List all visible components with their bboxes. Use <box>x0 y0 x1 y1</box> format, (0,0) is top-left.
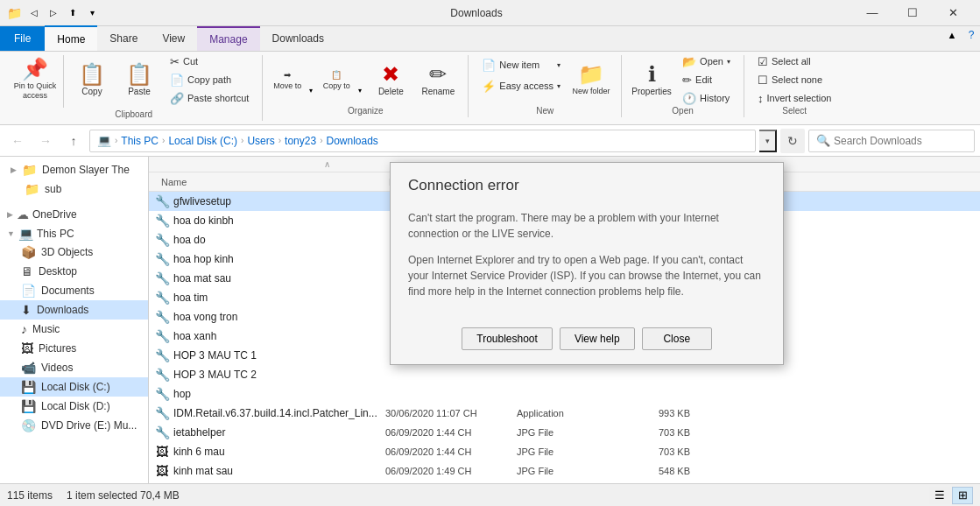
paste-icon: 📋 <box>126 64 152 85</box>
close-button[interactable]: ✕ <box>933 0 973 26</box>
move-to-button[interactable]: ➡ Move to <box>270 55 305 104</box>
qa-forward-btn[interactable]: ▷ <box>45 4 62 22</box>
table-row[interactable]: 🔧 IDM.Retail.v6.37.build.14.incl.Patcher… <box>149 404 980 423</box>
sidebar-item-desktop[interactable]: 🖥 Desktop <box>0 262 148 281</box>
table-row[interactable]: 🔧 ietabhelper 06/09/2020 1:44 CH JPG Fil… <box>149 423 980 442</box>
sidebar-item-sub[interactable]: 📁 sub <box>0 179 148 199</box>
refresh-button[interactable]: ↻ <box>780 129 805 153</box>
file-name: IDM.Retail.v6.37.build.14.incl.Patcher_L… <box>173 407 385 419</box>
table-row[interactable]: 🖼 kinh 6 mau 06/09/2020 1:44 CH JPG File… <box>149 442 980 461</box>
qa-back-btn[interactable]: ◁ <box>25 4 43 22</box>
delete-icon: ✖ <box>382 64 399 85</box>
pin-to-quick-access-button[interactable]: 📌 Pin to Quick access <box>12 55 58 104</box>
tab-manage[interactable]: Manage <box>197 26 259 51</box>
qa-dropdown-btn[interactable]: ▾ <box>83 4 101 22</box>
new-item-button[interactable]: 📄 New item ▾ <box>476 55 567 74</box>
details-view-button[interactable]: ☰ <box>929 487 950 504</box>
view-help-button[interactable]: View help <box>560 327 635 350</box>
sidebar-item-documents[interactable]: 📄 Documents <box>0 281 148 300</box>
properties-button[interactable]: ℹ Properties <box>629 55 674 104</box>
ribbon-collapse-btn[interactable]: ▲ <box>943 26 961 44</box>
tab-home[interactable]: Home <box>45 25 97 51</box>
thispc-expand-icon: ▼ <box>7 229 15 238</box>
title-bar: 📁 ◁ ▷ ⬆ ▾ Downloads — ☐ ✕ <box>0 0 980 26</box>
search-box[interactable]: 🔍 <box>808 130 975 152</box>
paste-shortcut-button[interactable]: 🔗 Paste shortcut <box>164 89 255 107</box>
help-btn[interactable]: ? <box>962 26 980 44</box>
copy-path-button[interactable]: 📄 Copy path <box>164 71 255 88</box>
sidebar-section-thispc[interactable]: ▼ 💻 This PC <box>0 223 148 242</box>
path-part-user[interactable]: tony23 <box>285 135 316 147</box>
tab-file[interactable]: File <box>0 26 45 51</box>
paste-button[interactable]: 📋 Paste <box>116 55 162 104</box>
sidebar-section-onedrive[interactable]: ▶ ☁ OneDrive <box>0 204 148 223</box>
selected-info: 1 item selected 70,4 MB <box>67 489 180 502</box>
minimize-button[interactable]: — <box>852 0 892 26</box>
table-row[interactable]: 🔧 HOP 3 MAU TC 2 <box>149 365 980 384</box>
cut-button[interactable]: ✂ Cut <box>164 53 255 70</box>
file-type-icon: 🔧 <box>154 425 170 439</box>
sidebar-item-dvd[interactable]: 💿 DVD Drive (E:) Mu... <box>0 416 148 435</box>
easy-access-button[interactable]: ⚡ Easy access ▾ <box>476 76 567 95</box>
sidebar-item-3dobjects[interactable]: 📦 3D Objects <box>0 242 148 262</box>
sidebar-item-localc[interactable]: 💾 Local Disk (C:) <box>0 377 148 397</box>
delete-button[interactable]: ✖ Delete <box>368 55 413 104</box>
properties-icon: ℹ <box>648 64 656 85</box>
troubleshoot-button[interactable]: Troubleshoot <box>462 327 553 350</box>
qa-up-btn[interactable]: ⬆ <box>64 4 81 22</box>
file-type-icon: 🔧 <box>154 406 170 420</box>
back-button[interactable]: ← <box>5 129 30 153</box>
open-button[interactable]: 📂 Open ▾ <box>676 53 737 70</box>
sidebar-item-downloads[interactable]: ⬇ Downloads <box>0 300 148 320</box>
tab-view[interactable]: View <box>150 26 197 51</box>
sidebar-label-documents: Documents <box>41 285 95 297</box>
table-row[interactable]: 🔧 hop <box>149 384 980 404</box>
tab-downloads[interactable]: Downloads <box>260 26 336 51</box>
large-icons-view-button[interactable]: ⊞ <box>952 487 973 504</box>
file-name: hop <box>173 388 385 400</box>
tab-share[interactable]: Share <box>97 26 150 51</box>
sidebar-item-demon-slayer[interactable]: ▶ 📁 Demon Slayer The <box>0 160 148 179</box>
copy-to-button[interactable]: 📋 Copy to <box>319 55 354 104</box>
maximize-button[interactable]: ☐ <box>892 0 933 26</box>
path-part-thispc[interactable]: This PC <box>121 135 159 147</box>
path-part-users[interactable]: Users <box>247 135 274 147</box>
file-date: 06/09/2020 1:44 CH <box>385 446 517 457</box>
path-part-downloads[interactable]: Downloads <box>326 135 377 147</box>
copy-button[interactable]: 📋 Copy <box>69 55 115 104</box>
sidebar-item-music[interactable]: ♪ Music <box>0 320 148 339</box>
sidebar-label-localc: Local Disk (C:) <box>41 381 110 393</box>
select-all-button[interactable]: ☑ Select all <box>751 53 837 70</box>
close-dialog-button[interactable]: Close <box>642 327 712 350</box>
path-part-localdisk[interactable]: Local Disk (C:) <box>168 135 237 147</box>
search-input[interactable] <box>834 135 967 147</box>
folder-icon-documents: 📄 <box>21 284 36 298</box>
move-to-dropdown[interactable]: ▾ <box>305 55 317 104</box>
edit-button[interactable]: ✏ Edit <box>676 71 737 88</box>
sidebar-label-sub: sub <box>45 183 61 195</box>
rename-button[interactable]: ✏ Rename <box>415 55 461 104</box>
sidebar-label-videos: Videos <box>41 362 73 374</box>
address-dropdown-button[interactable]: ▾ <box>759 130 777 152</box>
edit-icon: ✏ <box>682 74 692 87</box>
clipboard-label: Clipboard <box>115 108 152 121</box>
sidebar-item-pictures[interactable]: 🖼 Pictures <box>0 339 148 358</box>
file-type-icon: 🔧 <box>154 310 170 324</box>
table-row[interactable]: 🖼 kinh mat sau 06/09/2020 1:49 CH JPG Fi… <box>149 461 980 481</box>
sidebar-label-downloads: Downloads <box>37 304 88 316</box>
invert-icon: ↕ <box>758 92 764 105</box>
forward-button[interactable]: → <box>33 129 58 153</box>
col-header-name[interactable]: Name <box>154 177 382 187</box>
select-none-button[interactable]: ☐ Select none <box>751 71 837 88</box>
ribbon-tabs: File Home Share View Manage Downloads ▲ … <box>0 26 980 52</box>
new-folder-button[interactable]: 📁 New folder <box>568 55 614 104</box>
up-button[interactable]: ↑ <box>61 129 86 153</box>
sidebar-item-videos[interactable]: 📹 Videos <box>0 358 148 377</box>
copy-to-dropdown[interactable]: ▾ <box>354 55 366 104</box>
title-bar-controls: — ☐ ✕ <box>852 0 973 26</box>
address-path[interactable]: 💻 › This PC › Local Disk (C:) › Users › … <box>89 130 756 152</box>
dialog-title: Connection error <box>408 177 765 194</box>
file-size: 703 KB <box>622 446 701 457</box>
sidebar-item-locald[interactable]: 💾 Local Disk (D:) <box>0 397 148 416</box>
title-bar-left: 📁 ◁ ▷ ⬆ ▾ <box>7 4 101 22</box>
